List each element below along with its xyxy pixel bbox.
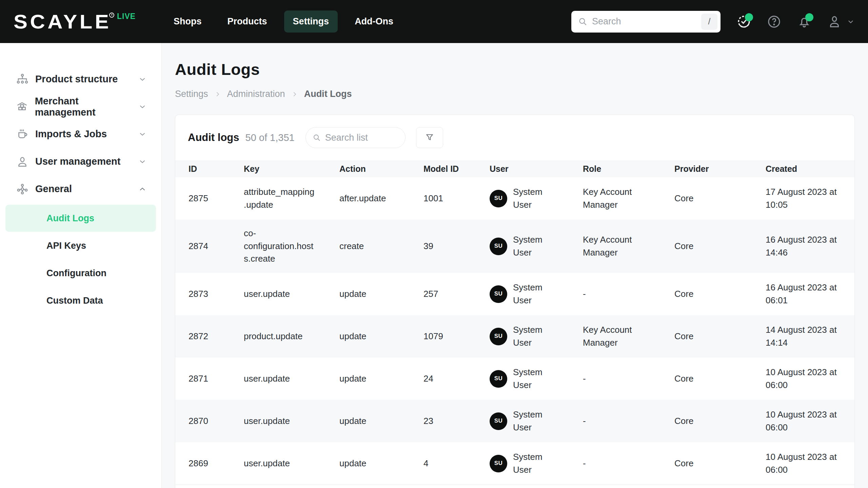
- cell-key: user.update: [244, 372, 316, 385]
- help-button[interactable]: [767, 15, 781, 29]
- panel-header: Audit logs 50 of 1,351: [175, 115, 854, 160]
- cell-created: 17 August 2023 at 10:05: [766, 186, 840, 211]
- cell-key: user.update: [244, 415, 316, 428]
- cell-action: update: [339, 415, 423, 428]
- table-row: 2869 user.update update 4 SU System User…: [175, 442, 854, 485]
- general-submenu: Audit Logs API Keys Configuration Custom…: [0, 203, 161, 314]
- global-search-input[interactable]: [592, 16, 701, 27]
- storefront-icon: [16, 101, 29, 113]
- column-header: Action: [339, 164, 423, 174]
- cell-created: 10 August 2023 at 06:00: [766, 451, 840, 476]
- table-row: 2870 user.update update 23 SU System Use…: [175, 400, 854, 442]
- sidebar-item-custom-data[interactable]: Custom Data: [5, 287, 156, 314]
- panel-title: Audit logs: [188, 131, 239, 144]
- cell-action: update: [339, 457, 423, 470]
- chevron-down-icon: [138, 75, 146, 83]
- nav-add-ons[interactable]: Add-Ons: [346, 11, 402, 33]
- audit-logs-panel: Audit logs 50 of 1,351 IDKeyActionModel …: [175, 115, 855, 488]
- sidebar-item-configuration[interactable]: Configuration: [5, 260, 156, 287]
- cell-model-id: 39: [423, 240, 490, 253]
- chevron-down-icon: [138, 103, 146, 111]
- table-row: 2872 product.update update 1079 SU Syste…: [175, 315, 854, 358]
- help-icon: [767, 15, 781, 29]
- nav-products[interactable]: Products: [219, 11, 276, 33]
- panel-count: 50 of 1,351: [245, 132, 295, 143]
- cell-user: SU System User: [490, 186, 583, 211]
- cell-key: attribute_mapping.update: [244, 186, 316, 211]
- task-status-button[interactable]: [737, 15, 751, 29]
- cell-provider: Core: [674, 457, 766, 470]
- scayle-logo[interactable]: SCAYLE LIVE: [14, 12, 136, 32]
- nodes-icon: [16, 183, 29, 195]
- cell-role: -: [583, 415, 647, 428]
- cell-model-id: 4: [423, 457, 490, 470]
- list-search[interactable]: [305, 127, 406, 148]
- cell-model-id: 1001: [423, 192, 490, 205]
- cell-id: 2872: [189, 330, 244, 343]
- sidebar-item-label: General: [35, 183, 72, 195]
- account-menu-button[interactable]: [827, 15, 854, 29]
- sidebar-item-api-keys[interactable]: API Keys: [5, 232, 156, 259]
- user-avatar: SU: [490, 285, 507, 303]
- cell-action: create: [339, 240, 423, 253]
- column-header: Model ID: [423, 164, 490, 174]
- topbar: SCAYLE LIVE Shops Products Settings Add-…: [0, 0, 868, 43]
- cell-provider: Core: [674, 288, 766, 301]
- sidebar-item-label: User management: [35, 156, 120, 167]
- table-row: 2875 attribute_mapping.update after.upda…: [175, 177, 854, 220]
- breadcrumb-settings[interactable]: Settings: [175, 89, 208, 99]
- sidebar-item-user-management[interactable]: User management: [0, 148, 161, 175]
- breadcrumb: Settings Administration Audit Logs: [175, 89, 855, 99]
- user-icon: [16, 156, 29, 168]
- cell-role: Key Account Manager: [583, 233, 647, 259]
- status-badge-dot: [745, 13, 753, 21]
- column-header: Created: [766, 164, 848, 174]
- cell-created: 16 August 2023 at 06:01: [766, 281, 840, 307]
- user-name: System User: [513, 324, 551, 349]
- main-nav: Shops Products Settings Add-Ons: [165, 11, 402, 33]
- table-row: 2873 user.update update 257 SU System Us…: [175, 273, 854, 315]
- sidebar-item-product-structure[interactable]: Product structure: [0, 65, 161, 93]
- search-shortcut-key: /: [701, 14, 717, 30]
- sidebar-item-merchant-management[interactable]: Merchant management: [0, 93, 161, 120]
- column-header: Key: [244, 164, 339, 174]
- page-title: Audit Logs: [175, 43, 855, 79]
- topbar-icons: [737, 15, 854, 29]
- chevron-right-icon: [215, 91, 221, 97]
- breadcrumb-administration[interactable]: Administration: [227, 89, 285, 99]
- breadcrumb-current: Audit Logs: [304, 89, 352, 99]
- cell-user: SU System User: [490, 233, 583, 259]
- filter-button[interactable]: [416, 127, 443, 148]
- cell-user: SU System User: [490, 408, 583, 434]
- cell-role: -: [583, 372, 647, 385]
- cell-id: 2874: [189, 240, 244, 253]
- trademark-icon: [109, 13, 114, 18]
- chevron-down-icon: [138, 130, 146, 138]
- cell-role: Key Account Manager: [583, 186, 647, 211]
- notification-badge-dot: [805, 13, 813, 21]
- sidebar-item-audit-logs[interactable]: Audit Logs: [5, 205, 156, 232]
- cell-user: SU System User: [490, 451, 583, 476]
- cell-provider: Core: [674, 372, 766, 385]
- column-header: ID: [189, 164, 244, 174]
- user-avatar-icon: [827, 15, 842, 29]
- cell-role: -: [583, 288, 647, 301]
- user-name: System User: [513, 451, 551, 476]
- cell-key: user.update: [244, 288, 316, 301]
- notifications-button[interactable]: [797, 15, 811, 29]
- nav-settings[interactable]: Settings: [284, 11, 338, 33]
- cell-user: SU System User: [490, 366, 583, 391]
- nav-shops[interactable]: Shops: [165, 11, 211, 33]
- table-header-row: IDKeyActionModel IDUserRoleProviderCreat…: [175, 160, 854, 177]
- cell-created: 16 August 2023 at 14:46: [766, 233, 840, 259]
- table-footer: Show 50 Showing 1-50 of 1,351 1: [175, 485, 854, 488]
- cell-action: after.update: [339, 192, 423, 205]
- cell-key: user.update: [244, 457, 316, 470]
- cell-id: 2871: [189, 372, 244, 385]
- global-search[interactable]: /: [571, 11, 721, 33]
- user-name: System User: [513, 233, 551, 259]
- list-search-input[interactable]: [325, 133, 398, 143]
- sidebar-item-imports-jobs[interactable]: Imports & Jobs: [0, 120, 161, 148]
- sidebar-item-general[interactable]: General: [0, 175, 161, 203]
- cell-key: product.update: [244, 330, 316, 343]
